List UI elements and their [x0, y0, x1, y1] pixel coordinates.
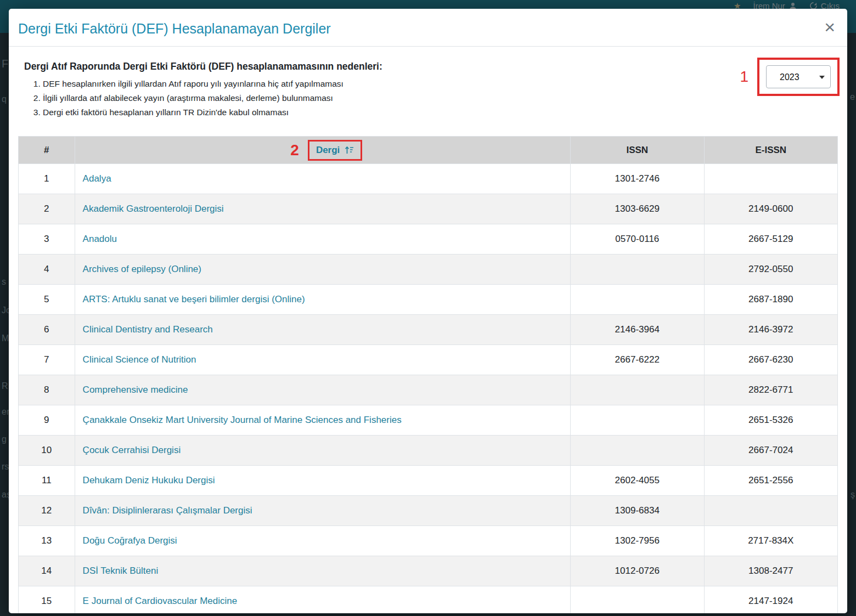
journal-link[interactable]: ARTS: Artuklu sanat ve beşeri bilimler d… — [83, 294, 305, 304]
journal-link[interactable]: E Journal of Cardiovascular Medicine — [83, 596, 238, 606]
header-index: # — [19, 137, 75, 164]
table-row: 2 Akademik Gastroenteroloji Dergisi 1303… — [19, 194, 838, 224]
journal-link[interactable]: Dîvân: Disiplinlerarası Çalışmalar Dergi… — [83, 505, 252, 516]
row-index: 9 — [19, 405, 75, 436]
reasons-list: DEF hesaplanırken ilgili yıllardan Atıf … — [43, 77, 838, 120]
issn-value — [571, 285, 704, 315]
annotation-highlight-box-1: 2023 — [757, 58, 840, 96]
issn-value: 1301-2746 — [571, 164, 704, 194]
journal-link[interactable]: Çocuk Cerrahisi Dergisi — [83, 445, 181, 455]
row-index: 10 — [19, 436, 75, 466]
table-header-row: # 2 Dergi — [19, 137, 838, 164]
journal-link[interactable]: Anadolu — [83, 234, 117, 244]
reasons-block: Dergi Atıf Raporunda Dergi Etki Faktörü … — [24, 61, 838, 120]
table-row: 11 Dehukam Deniz Hukuku Dergisi 2602-405… — [19, 466, 838, 496]
header-eissn: E-ISSN — [704, 137, 838, 164]
issn-value: 2667-6222 — [571, 345, 704, 375]
eissn-value — [704, 496, 838, 526]
table-row: 5 ARTS: Artuklu sanat ve beşeri bilimler… — [19, 285, 838, 315]
row-index: 12 — [19, 496, 75, 526]
year-filter-area: 1 2023 — [740, 58, 840, 96]
issn-value: 1012-0726 — [571, 556, 704, 586]
def-journals-modal: Dergi Etki Faktörü (DEF) Hesaplanamayan … — [9, 9, 847, 613]
eissn-value: 1308-2477 — [704, 556, 838, 586]
row-index: 2 — [19, 194, 75, 224]
annotation-highlight-box-2: Dergi — [308, 140, 362, 161]
issn-value — [571, 375, 704, 405]
modal-header: Dergi Etki Faktörü (DEF) Hesaplanamayan … — [9, 9, 847, 47]
journal-table-body: 1 Adalya 1301-2746 2 Akademik Gastroente… — [19, 164, 838, 614]
annotation-label-1: 1 — [740, 69, 748, 84]
eissn-value: 2651-2556 — [704, 466, 838, 496]
issn-value — [571, 436, 704, 466]
eissn-value: 2651-5326 — [704, 405, 838, 436]
eissn-value: 2667-5129 — [704, 224, 838, 255]
issn-value: 1302-7956 — [571, 526, 704, 556]
modal-body: Dergi Atıf Raporunda Dergi Etki Faktörü … — [9, 47, 847, 613]
table-row: 9 Çanakkale Onsekiz Mart University Jour… — [19, 405, 838, 436]
row-index: 7 — [19, 345, 75, 375]
eissn-value: 2717-834X — [704, 526, 838, 556]
row-index: 5 — [19, 285, 75, 315]
eissn-value: 2822-6771 — [704, 375, 838, 405]
journal-link[interactable]: Comprehensive medicine — [83, 385, 188, 395]
issn-value: 2146-3964 — [571, 315, 704, 345]
table-row: 8 Comprehensive medicine 2822-6771 — [19, 375, 838, 405]
table-row: 3 Anadolu 0570-0116 2667-5129 — [19, 224, 838, 255]
issn-value: 1309-6834 — [571, 496, 704, 526]
row-index: 1 — [19, 164, 75, 194]
eissn-value: 2146-3972 — [704, 315, 838, 345]
reasons-heading: Dergi Atıf Raporunda Dergi Etki Faktörü … — [24, 61, 838, 72]
reason-item: DEF hesaplanırken ilgili yıllardan Atıf … — [43, 77, 838, 91]
table-row: 6 Clinical Dentistry and Research 2146-3… — [19, 315, 838, 345]
reason-item: Dergi etki faktörü hesaplanan yılların T… — [43, 105, 838, 120]
table-row: 10 Çocuk Cerrahisi Dergisi 2667-7024 — [19, 436, 838, 466]
sort-by-journal-button[interactable]: Dergi — [316, 145, 340, 156]
table-row: 14 DSİ Teknik Bülteni 1012-0726 1308-247… — [19, 556, 838, 586]
header-issn: ISSN — [571, 137, 704, 164]
row-index: 8 — [19, 375, 75, 405]
table-row: 1 Adalya 1301-2746 — [19, 164, 838, 194]
journal-link[interactable]: Clinical Science of Nutrition — [83, 354, 196, 365]
header-journal: 2 Dergi — [75, 137, 570, 164]
journal-link[interactable]: Archives of epilepsy (Online) — [83, 264, 201, 274]
journals-table: # 2 Dergi — [18, 136, 838, 613]
eissn-value: 2792-0550 — [704, 255, 838, 285]
journal-link[interactable]: Adalya — [83, 173, 111, 184]
issn-value — [571, 255, 704, 285]
row-index: 4 — [19, 255, 75, 285]
eissn-value: 2667-7024 — [704, 436, 838, 466]
table-row: 15 E Journal of Cardiovascular Medicine … — [19, 586, 838, 614]
reason-item: İlgili yıllarda atıf alabilecek yayın (a… — [43, 91, 838, 105]
row-index: 11 — [19, 466, 75, 496]
page-backdrop: ★ İrem Nur Çıkış F q s Jo M R er g rs aş… — [0, 0, 856, 616]
sort-amount-icon — [345, 146, 354, 154]
issn-value: 2602-4055 — [571, 466, 704, 496]
journal-link[interactable]: Doğu Coğrafya Dergisi — [83, 535, 177, 546]
issn-value: 1303-6629 — [571, 194, 704, 224]
close-icon[interactable]: × — [824, 20, 835, 34]
row-index: 15 — [19, 586, 75, 614]
row-index: 14 — [19, 556, 75, 586]
year-select[interactable]: 2023 — [766, 65, 831, 88]
journal-link[interactable]: Dehukam Deniz Hukuku Dergisi — [83, 475, 215, 485]
eissn-value: 2687-1890 — [704, 285, 838, 315]
table-row: 12 Dîvân: Disiplinlerarası Çalışmalar De… — [19, 496, 838, 526]
journal-link[interactable]: Clinical Dentistry and Research — [83, 324, 213, 335]
eissn-value — [704, 164, 838, 194]
table-row: 13 Doğu Coğrafya Dergisi 1302-7956 2717-… — [19, 526, 838, 556]
issn-value — [571, 586, 704, 614]
row-index: 6 — [19, 315, 75, 345]
modal-title: Dergi Etki Faktörü (DEF) Hesaplanamayan … — [18, 20, 331, 37]
annotation-label-2: 2 — [290, 143, 299, 158]
journal-link[interactable]: Akademik Gastroenteroloji Dergisi — [83, 204, 224, 214]
table-row: 4 Archives of epilepsy (Online) 2792-055… — [19, 255, 838, 285]
journal-link[interactable]: Çanakkale Onsekiz Mart University Journa… — [83, 415, 402, 425]
table-row: 7 Clinical Science of Nutrition 2667-622… — [19, 345, 838, 375]
eissn-value: 2149-0600 — [704, 194, 838, 224]
issn-value: 0570-0116 — [571, 224, 704, 255]
row-index: 3 — [19, 224, 75, 255]
eissn-value: 2147-1924 — [704, 586, 838, 614]
issn-value — [571, 405, 704, 436]
journal-link[interactable]: DSİ Teknik Bülteni — [83, 566, 159, 576]
